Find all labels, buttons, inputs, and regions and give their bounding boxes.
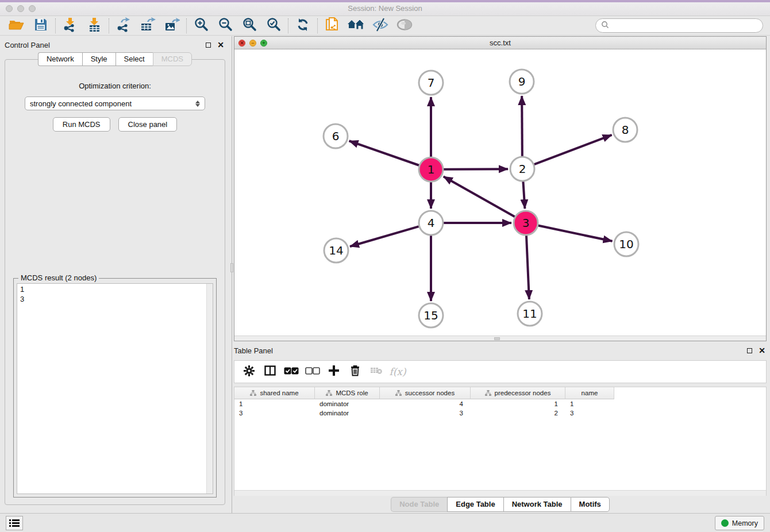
minus-icon: − xyxy=(251,40,254,46)
table-settings-button[interactable] xyxy=(240,363,257,380)
table-hscrollbar[interactable] xyxy=(234,490,766,496)
first-neighbors-button[interactable] xyxy=(344,17,368,34)
run-mcds-button[interactable]: Run MCDS xyxy=(53,117,110,132)
zoom-out-icon xyxy=(218,17,233,34)
toolbar-separator xyxy=(317,18,318,33)
columns-icon xyxy=(264,365,276,378)
graph-node-label-7: 7 xyxy=(428,76,435,90)
memory-status-icon xyxy=(721,519,729,527)
graph-edge-2-3[interactable] xyxy=(523,182,525,209)
zoom-window-button[interactable] xyxy=(29,5,36,12)
zoom-in-button[interactable] xyxy=(189,17,213,34)
column-header-name[interactable]: name xyxy=(565,387,614,399)
close-panel-button-2[interactable]: Close panel xyxy=(118,117,178,132)
delete-table-button[interactable] xyxy=(346,363,364,380)
show-details-button[interactable] xyxy=(392,17,417,34)
network-window-titlebar[interactable]: ✕ − + scc.txt xyxy=(234,37,766,49)
window-title: Session: New Session xyxy=(0,0,770,17)
plus-icon: + xyxy=(262,40,265,46)
zoom-fit-button[interactable] xyxy=(237,17,261,34)
eye-icon xyxy=(396,18,413,34)
tab-network-table[interactable]: Network Table xyxy=(503,497,571,512)
zoom-network-button[interactable]: + xyxy=(260,40,267,47)
tab-network[interactable]: Network xyxy=(38,52,82,66)
zoom-out-button[interactable] xyxy=(213,17,237,34)
column-header-successor-nodes[interactable]: successor nodes xyxy=(380,387,471,399)
open-session-button[interactable] xyxy=(5,17,29,34)
minimize-window-button[interactable] xyxy=(17,5,24,12)
hscroll-handle[interactable] xyxy=(494,337,500,340)
add-column-button[interactable] xyxy=(325,363,342,380)
result-scrollbar[interactable] xyxy=(206,284,213,494)
table-tabs: Node Table Edge Table Network Table Moti… xyxy=(234,496,767,513)
close-table-panel-button[interactable]: ✕ xyxy=(757,346,767,355)
clone-network-button[interactable] xyxy=(320,17,344,34)
memory-label: Memory xyxy=(732,519,758,527)
graph-edge-2-9[interactable] xyxy=(522,96,522,156)
tab-edge-table[interactable]: Edge Table xyxy=(447,497,503,512)
network-canvas[interactable]: 7968124314101511 xyxy=(234,49,766,336)
deselect-all-icon xyxy=(305,367,320,377)
window-traffic-lights xyxy=(6,5,36,12)
mcds-result-text[interactable]: 1 3 xyxy=(17,284,206,494)
application-window: Session: New Session xyxy=(0,0,770,532)
refresh-button[interactable] xyxy=(291,17,315,34)
memory-button[interactable]: Memory xyxy=(715,516,764,530)
graph-edge-4-14[interactable] xyxy=(350,226,419,246)
optimization-criterion-select[interactable]: strongly connected component xyxy=(25,97,205,110)
search-box[interactable] xyxy=(595,18,763,33)
network-window-traffic-lights: ✕ − + xyxy=(238,40,267,47)
graph-node-label-9: 9 xyxy=(518,75,526,88)
tab-select[interactable]: Select xyxy=(116,52,153,66)
select-stepper-icon xyxy=(195,101,200,107)
minimize-network-button[interactable]: − xyxy=(249,40,256,47)
export-image-icon xyxy=(164,17,180,34)
tab-style[interactable]: Style xyxy=(82,52,116,66)
network-hscrollbar[interactable] xyxy=(234,336,766,341)
graph-node-label-8: 8 xyxy=(622,123,629,137)
graph-edge-3-11[interactable] xyxy=(526,236,529,299)
export-table-button[interactable] xyxy=(136,17,160,34)
select-all-button[interactable] xyxy=(283,363,300,380)
graph-edge-1-6[interactable] xyxy=(349,141,419,165)
float-table-panel-button[interactable] xyxy=(745,346,754,355)
graph-edge-2-8[interactable] xyxy=(534,135,612,164)
import-network-button[interactable] xyxy=(58,17,82,34)
export-network-button[interactable] xyxy=(111,17,136,34)
panel-divider[interactable] xyxy=(230,36,234,513)
deselect-all-button[interactable] xyxy=(304,363,321,380)
column-header-mcds-role[interactable]: MCDS role xyxy=(315,387,380,399)
gear-icon xyxy=(244,365,255,379)
graph-edge-3-10[interactable] xyxy=(538,226,613,241)
graph-edge-3-1[interactable] xyxy=(444,176,515,217)
table-row[interactable]: 1 dominator 4 1 1 xyxy=(234,399,766,408)
close-window-button[interactable] xyxy=(6,5,13,12)
zoom-selected-button[interactable] xyxy=(261,17,286,34)
tab-mcds[interactable]: MCDS xyxy=(153,52,192,66)
divider-grip-icon[interactable] xyxy=(230,263,233,272)
import-network-icon xyxy=(63,17,78,34)
delete-column-icon xyxy=(370,367,383,377)
export-image-button[interactable] xyxy=(160,17,184,34)
close-icon: ✕ xyxy=(759,347,765,354)
import-table-button[interactable] xyxy=(82,17,106,34)
save-session-button[interactable] xyxy=(29,17,53,34)
column-header-shared-name[interactable]: shared name xyxy=(234,387,315,399)
hide-selected-button[interactable] xyxy=(368,17,392,34)
network-view-window: ✕ − + scc.txt 7968124314101511 xyxy=(234,36,767,341)
clone-network-icon xyxy=(325,17,340,35)
table-panel-title: Table Panel xyxy=(234,346,273,355)
column-header-predecessor-nodes[interactable]: predecessor nodes xyxy=(471,387,565,399)
network-graph[interactable]: 7968124314101511 xyxy=(234,49,766,336)
tab-node-table[interactable]: Node Table xyxy=(391,497,447,512)
close-panel-button[interactable]: ✕ xyxy=(216,40,225,49)
task-history-button[interactable] xyxy=(6,516,23,530)
search-input[interactable] xyxy=(612,22,757,30)
float-panel-button[interactable] xyxy=(203,40,213,49)
control-panel-title: Control Panel xyxy=(5,41,50,49)
show-columns-button[interactable] xyxy=(261,363,279,380)
graph-edge-1-2[interactable] xyxy=(444,169,508,169)
close-network-button[interactable]: ✕ xyxy=(238,40,245,47)
tab-motifs[interactable]: Motifs xyxy=(571,497,610,512)
table-row[interactable]: 3 dominator 3 2 3 xyxy=(234,408,766,418)
